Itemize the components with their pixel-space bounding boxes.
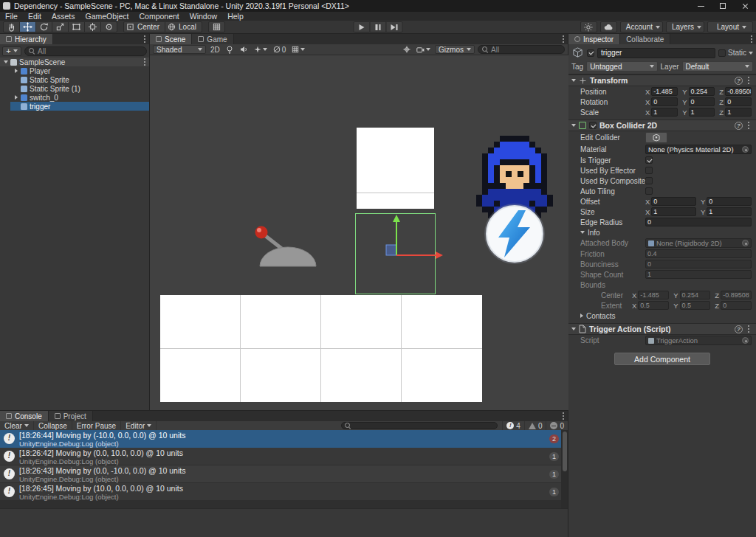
collab-cloud-button[interactable] — [600, 21, 617, 32]
used-by-effector-checkbox[interactable] — [645, 167, 653, 174]
account-dropdown[interactable]: Account — [620, 21, 663, 32]
contacts-foldout[interactable]: Contacts — [568, 311, 756, 321]
log-entry[interactable]: [18:26:44] Moving by (-10.0, 0.0, 0.0) @… — [0, 430, 568, 448]
console-scrollbar[interactable] — [561, 430, 568, 508]
help-icon[interactable] — [735, 122, 743, 130]
error-pause-button[interactable]: Error Pause — [72, 421, 121, 430]
scene-search-input[interactable]: All — [478, 45, 565, 54]
maximize-button[interactable] — [712, 0, 734, 12]
static-toggle[interactable]: Static — [718, 49, 753, 57]
scene-lighting-button[interactable] — [224, 45, 236, 54]
scale-x-field[interactable]: 1 — [651, 108, 678, 117]
editor-dropdown[interactable]: Editor — [121, 421, 157, 430]
menu-gameobject[interactable]: GameObject — [80, 12, 134, 21]
lightning-badge[interactable] — [483, 202, 546, 266]
tab-game[interactable]: Game — [192, 34, 233, 44]
menu-file[interactable]: File — [0, 12, 23, 21]
2d-toggle-button[interactable]: 2D — [209, 45, 221, 54]
rotate-tool-button[interactable] — [35, 21, 52, 32]
is-trigger-checkbox[interactable] — [645, 156, 653, 164]
hidden-objects-toggle[interactable]: 0 — [272, 45, 288, 54]
draw-mode-dropdown[interactable]: Shaded — [153, 45, 206, 54]
offset-x-field[interactable]: 0 — [651, 197, 696, 206]
create-object-button[interactable]: + — [2, 46, 21, 56]
scale-y-field[interactable]: 1 — [689, 108, 715, 117]
tab-inspector[interactable]: Inspector — [568, 34, 620, 44]
layer-dropdown[interactable]: Default — [682, 61, 753, 72]
edit-collider-button[interactable] — [645, 132, 667, 143]
console-menu-button[interactable] — [559, 411, 568, 421]
hierarchy-row-static-sprite[interactable]: Static Sprite — [10, 75, 149, 84]
white-square-sprite[interactable] — [357, 128, 434, 209]
transform-component-header[interactable]: Transform — [568, 75, 756, 86]
hierarchy-search-input[interactable]: All — [24, 46, 147, 56]
scrollbar-thumb[interactable] — [563, 432, 567, 471]
menu-edit[interactable]: Edit — [23, 12, 47, 21]
box-collider-component-header[interactable]: Box Collider 2D — [568, 119, 756, 131]
foldout-open-icon[interactable] — [571, 124, 576, 127]
scene-grid-dropdown[interactable] — [290, 45, 306, 54]
hierarchy-row-scene[interactable]: SampleScene — [0, 58, 149, 66]
tab-console[interactable]: Console — [0, 411, 49, 421]
scene-canvas[interactable] — [150, 55, 568, 410]
scene-camera-dropdown[interactable] — [415, 45, 432, 54]
add-component-button[interactable]: Add Component — [614, 353, 710, 365]
hierarchy-row-trigger[interactable]: trigger — [10, 102, 149, 111]
edge-radius-field[interactable]: 0 — [645, 218, 752, 226]
console-search-input[interactable] — [341, 422, 498, 429]
tab-project[interactable]: Project — [49, 411, 93, 421]
gizmos-dropdown[interactable]: Gizmos — [435, 45, 475, 54]
scene-tools-button[interactable] — [401, 45, 412, 54]
log-entry[interactable]: [18:26:42] Moving by (0.0, 10.0, 0.0) @ … — [0, 448, 568, 465]
tag-dropdown[interactable]: Untagged — [586, 61, 657, 72]
white-grid-platform[interactable] — [160, 295, 482, 402]
minimize-button[interactable] — [690, 0, 712, 12]
log-entry[interactable]: [18:26:43] Moving by (0.0, -10.0, 0.0) @… — [0, 465, 568, 483]
position-y-field[interactable]: 0.254 — [689, 87, 715, 96]
kebab-menu-icon[interactable] — [748, 328, 749, 330]
material-object-field[interactable]: None (Physics Material 2D) — [645, 145, 752, 154]
component-enabled-checkbox[interactable] — [589, 122, 597, 129]
trigger-action-component-header[interactable]: Trigger Action (Script) — [568, 323, 756, 335]
scene-audio-button[interactable] — [238, 45, 250, 54]
scale-tool-button[interactable] — [52, 21, 69, 32]
size-x-field[interactable]: 1 — [651, 207, 696, 216]
hand-tool-button[interactable] — [3, 21, 20, 32]
layout-dropdown[interactable]: Layout — [707, 21, 753, 32]
custom-tool-button[interactable] — [100, 21, 117, 32]
foldout-closed-icon[interactable] — [13, 68, 19, 75]
tab-hierarchy[interactable]: Hierarchy — [0, 34, 53, 44]
pause-button[interactable] — [370, 21, 387, 32]
hierarchy-row-switch0[interactable]: switch_0 — [10, 93, 149, 102]
size-y-field[interactable]: 1 — [707, 207, 752, 216]
log-entry[interactable]: [18:26:45] Moving by (10.0, 0.0, 0.0) @ … — [0, 483, 568, 501]
close-button[interactable] — [734, 0, 756, 12]
scene-row-menu[interactable] — [140, 61, 149, 63]
info-count-toggle[interactable]: 4 — [502, 421, 524, 430]
layers-dropdown[interactable]: Layers — [666, 21, 704, 32]
position-z-field[interactable]: -0.895081 — [725, 87, 752, 96]
menu-help[interactable]: Help — [222, 12, 249, 21]
clear-button[interactable]: Clear — [0, 421, 34, 430]
active-checkbox[interactable] — [587, 49, 594, 57]
warning-count-toggle[interactable]: 0 — [524, 421, 546, 430]
hierarchy-row-static-sprite-1[interactable]: Static Sprite (1) — [10, 84, 149, 93]
object-picker-icon[interactable] — [742, 146, 749, 153]
transform-tool-button[interactable] — [84, 21, 101, 32]
menu-component[interactable]: Component — [134, 12, 184, 21]
gameobject-name-field[interactable]: trigger — [597, 48, 715, 58]
space-toggle-button[interactable]: Local — [165, 21, 202, 32]
info-foldout[interactable]: Info — [568, 227, 756, 238]
error-count-toggle[interactable]: 0 — [546, 421, 568, 430]
play-button[interactable] — [354, 21, 371, 32]
used-by-composite-checkbox[interactable] — [645, 177, 653, 184]
rotation-y-field[interactable]: 0 — [689, 97, 715, 106]
hierarchy-menu-button[interactable] — [140, 34, 149, 44]
editor-services-button[interactable] — [580, 21, 597, 32]
hierarchy-row-player[interactable]: Player — [10, 66, 149, 75]
rotation-x-field[interactable]: 0 — [651, 97, 678, 106]
rotation-z-field[interactable]: 0 — [725, 97, 752, 106]
foldout-closed-icon[interactable] — [13, 94, 19, 101]
lever-switch-object[interactable] — [251, 226, 325, 267]
scene-effects-dropdown[interactable] — [252, 45, 269, 54]
